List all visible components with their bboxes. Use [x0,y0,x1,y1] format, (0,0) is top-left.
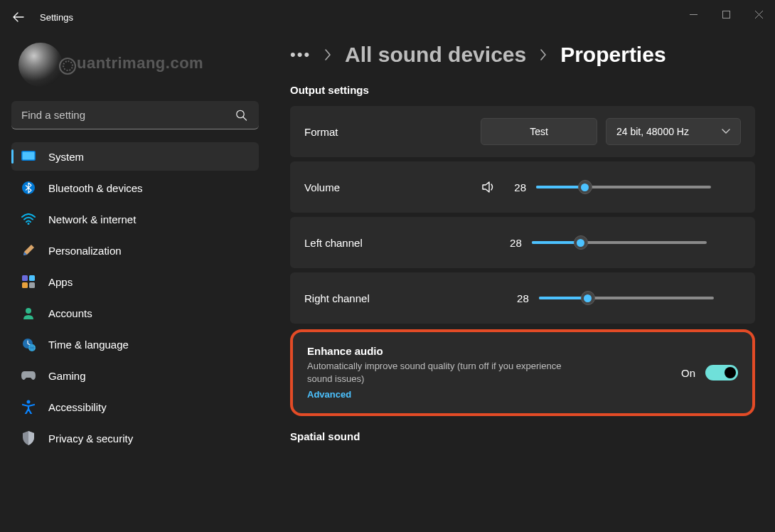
sidebar-item-label: Accessibility [48,401,107,413]
arrow-left-icon [13,11,24,23]
svg-rect-7 [29,275,35,281]
enhance-audio-subtitle: Automatically improve sound quality (tur… [307,360,563,385]
titlebar: Settings [0,0,775,34]
enhance-audio-card: Enhance audio Automatically improve soun… [290,329,755,416]
window-controls [677,0,775,28]
sidebar-item-label: Gaming [48,370,86,382]
minimize-icon [690,11,698,18]
enhance-advanced-link[interactable]: Advanced [307,389,351,400]
section-title-output: Output settings [290,84,755,96]
sidebar-item-accessibility[interactable]: Accessibility [11,393,259,421]
left-channel-row: Left channel 28 [290,217,755,268]
svg-rect-3 [23,152,35,160]
search-field-wrap [11,101,259,129]
sidebar-nav: System Bluetooth & devices Network & int… [11,142,259,452]
back-button[interactable] [11,10,26,24]
sidebar-item-label: Time & language [48,339,129,351]
svg-point-5 [28,223,30,225]
right-channel-slider[interactable] [539,297,714,299]
volume-value: 28 [509,181,526,193]
sidebar-item-label: Personalization [48,245,122,257]
chevron-down-icon [722,129,730,134]
svg-rect-6 [22,275,28,281]
sidebar-item-accounts[interactable]: Accounts [11,299,259,327]
window-title: Settings [40,12,73,23]
enhance-toggle-label: On [681,367,695,379]
breadcrumb-parent[interactable]: All sound devices [345,43,526,67]
sidebar-item-personalization[interactable]: Personalization [11,236,259,265]
chevron-right-icon [324,48,332,61]
format-label: Format [304,126,338,138]
speaker-icon[interactable] [482,181,496,193]
display-icon [21,149,36,164]
breadcrumb: ••• All sound devices Properties [290,43,755,67]
svg-point-10 [26,308,31,314]
maximize-button[interactable] [710,0,742,28]
test-button[interactable]: Test [481,118,597,145]
section-title-spatial: Spatial sound [290,430,755,442]
gamepad-icon [21,368,36,383]
toggle-knob [725,367,736,378]
maximize-icon [722,11,730,18]
format-value: 24 bit, 48000 Hz [616,126,689,137]
format-select[interactable]: 24 bit, 48000 Hz [606,118,741,145]
breadcrumb-more-button[interactable]: ••• [290,46,311,64]
slider-thumb[interactable] [574,235,588,250]
sidebar-item-bluetooth[interactable]: Bluetooth & devices [11,174,259,202]
svg-rect-9 [29,282,35,288]
paintbrush-icon [21,243,36,257]
minimize-button[interactable] [677,0,710,28]
accessibility-icon [21,400,36,414]
sidebar-item-system[interactable]: System [11,142,259,171]
wifi-icon [21,212,36,226]
avatar[interactable] [18,43,63,87]
sidebar-item-label: Apps [48,276,73,288]
left-channel-label: Left channel [304,237,363,249]
volume-row: Volume 28 [290,161,755,213]
sidebar-item-time-language[interactable]: Time & language [11,330,259,358]
right-channel-label: Right channel [304,292,370,304]
person-icon [21,306,36,320]
watermark-text: uantrimang.com [58,54,203,75]
right-channel-row: Right channel 28 [290,272,755,324]
enhance-toggle[interactable] [705,365,738,381]
enhance-audio-title: Enhance audio [307,345,681,357]
volume-slider[interactable] [536,186,711,188]
svg-rect-0 [722,11,729,18]
right-channel-value: 28 [512,292,529,304]
shield-icon [21,431,36,445]
close-icon [755,11,763,18]
sidebar: uantrimang.com System Bluetooth & device… [0,34,270,532]
volume-label: Volume [304,181,340,193]
profile-section: uantrimang.com [11,34,259,98]
left-channel-slider[interactable] [532,241,707,244]
left-channel-value: 28 [505,237,522,249]
apps-icon [21,275,36,289]
svg-point-13 [27,400,31,404]
sidebar-item-label: Network & internet [48,213,136,225]
sidebar-item-label: Accounts [48,307,92,319]
sidebar-item-gaming[interactable]: Gaming [11,361,259,390]
content-main: ••• All sound devices Properties Output … [270,34,775,532]
sidebar-item-label: Bluetooth & devices [48,182,143,194]
sidebar-item-label: Privacy & security [48,432,133,445]
format-row: Format Test 24 bit, 48000 Hz [290,106,755,157]
breadcrumb-current: Properties [560,43,666,67]
sidebar-item-privacy[interactable]: Privacy & security [11,424,259,452]
search-input[interactable] [11,101,259,129]
bluetooth-icon [21,181,36,195]
slider-thumb[interactable] [581,291,595,305]
chevron-right-icon [539,48,547,61]
sidebar-item-network[interactable]: Network & internet [11,205,259,233]
sidebar-item-apps[interactable]: Apps [11,267,259,296]
sidebar-item-label: System [48,151,84,163]
slider-thumb[interactable] [578,180,592,194]
close-button[interactable] [742,0,775,28]
svg-rect-8 [22,282,28,288]
clock-globe-icon [21,337,36,351]
search-icon [235,110,247,122]
